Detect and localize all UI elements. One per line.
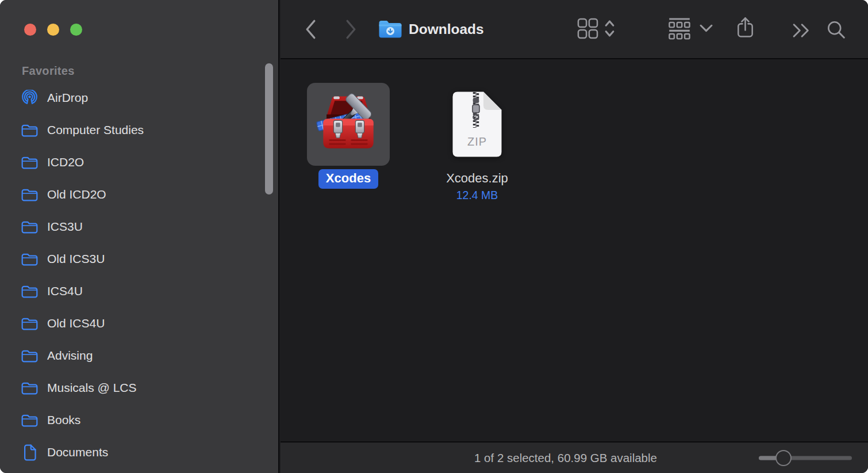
sidebar-item-old-ics4u[interactable]: Old ICS4U [0, 307, 278, 340]
sidebar: Favorites AirDrop [0, 0, 279, 473]
sidebar-item-musicals-at-lcs[interactable]: Musicals @ LCS [0, 372, 278, 404]
xcodes-app-icon [316, 91, 381, 157]
sidebar-item-label: Old ICS4U [47, 316, 105, 330]
folder-icon [21, 347, 38, 364]
sidebar-item-books[interactable]: Books [0, 404, 278, 436]
downloads-folder-icon [378, 19, 402, 39]
sidebar-item-label: ICD2O [47, 155, 84, 169]
sidebar-item-label: Computer Studies [47, 123, 144, 137]
sidebar-item-label: Old ICD2O [47, 188, 106, 201]
document-icon [21, 444, 38, 461]
sidebar-item-label: ICS4U [47, 284, 83, 298]
sidebar-item-label: Books [47, 413, 80, 427]
sidebar-item-computer-studies[interactable]: Computer Studies [0, 114, 278, 146]
search-button[interactable] [827, 20, 846, 39]
sidebar-favorites-list: AirDrop Computer Studies [0, 82, 278, 468]
sidebar-item-ics4u[interactable]: ICS4U [0, 275, 278, 307]
toolbar-title-area: Downloads [378, 19, 484, 39]
folder-icon [21, 379, 38, 396]
sidebar-item-label: Old ICS3U [47, 252, 105, 266]
zip-badge-label: ZIP [436, 135, 519, 148]
share-button[interactable] [736, 17, 754, 39]
sidebar-item-ics3u[interactable]: ICS3U [0, 211, 278, 243]
folder-icon [21, 283, 38, 300]
sidebar-item-label: Documents [47, 445, 108, 459]
group-by-icon [668, 17, 691, 40]
double-chevron-right-icon [792, 22, 811, 39]
airdrop-icon [21, 89, 38, 106]
chevron-left-icon [305, 19, 317, 40]
folder-icon [21, 121, 38, 139]
main-pane: Downloads [281, 0, 868, 473]
group-by-button[interactable] [668, 17, 713, 40]
forward-button[interactable] [345, 19, 357, 40]
window-title: Downloads [409, 21, 484, 37]
file-name-selected: Xcodes [318, 169, 378, 189]
file-xcodes-app[interactable]: Xcodes [307, 83, 390, 189]
back-button[interactable] [305, 19, 317, 40]
zip-thumbnail: ZIP [436, 83, 519, 166]
file-name: Xcodes.zip [436, 171, 519, 186]
chevron-up-down-icon [604, 18, 616, 39]
finder-window: Favorites AirDrop [0, 0, 868, 473]
sidebar-item-old-ics3u[interactable]: Old ICS3U [0, 243, 278, 275]
more-toolbar-items-button[interactable] [792, 22, 811, 39]
folder-icon [21, 315, 38, 332]
file-size: 12.4 MB [436, 189, 519, 202]
file-xcodes-zip[interactable]: ZIP Xcodes.zip 12.4 MB [436, 83, 519, 202]
status-bar: 1 of 2 selected, 60.99 GB available [281, 441, 868, 473]
folder-icon [21, 411, 38, 429]
chevron-right-icon [345, 19, 357, 40]
sidebar-item-advising[interactable]: Advising [0, 340, 278, 372]
folder-icon [21, 218, 38, 235]
sidebar-item-icd2o[interactable]: ICD2O [0, 146, 278, 178]
toolbar: Downloads [281, 0, 868, 59]
sidebar-item-label: ICS3U [47, 220, 83, 234]
sidebar-item-label: Advising [47, 349, 93, 363]
sidebar-item-documents[interactable]: Documents [0, 436, 278, 468]
sidebar-item-label: AirDrop [47, 91, 88, 105]
minimize-button[interactable] [47, 24, 59, 36]
zoom-window-button[interactable] [70, 24, 82, 36]
sidebar-scrollbar[interactable] [265, 63, 273, 194]
sidebar-item-label: Musicals @ LCS [47, 381, 137, 395]
icon-view-button[interactable] [577, 18, 616, 39]
folder-icon [21, 186, 38, 203]
chevron-down-icon [700, 24, 713, 33]
search-icon [827, 20, 846, 39]
sidebar-item-airdrop[interactable]: AirDrop [0, 82, 278, 114]
icon-size-slider[interactable] [759, 450, 852, 466]
close-button[interactable] [24, 24, 36, 36]
sidebar-item-old-icd2o[interactable]: Old ICD2O [0, 178, 278, 211]
selection-highlight [307, 83, 390, 166]
file-browser-area[interactable]: Xcodes [281, 60, 868, 441]
share-icon [736, 17, 754, 39]
grid-view-icon [577, 18, 598, 39]
folder-icon [21, 250, 38, 268]
sidebar-section-header: Favorites [22, 64, 75, 78]
folder-icon [21, 154, 38, 171]
slider-knob[interactable] [775, 450, 792, 466]
